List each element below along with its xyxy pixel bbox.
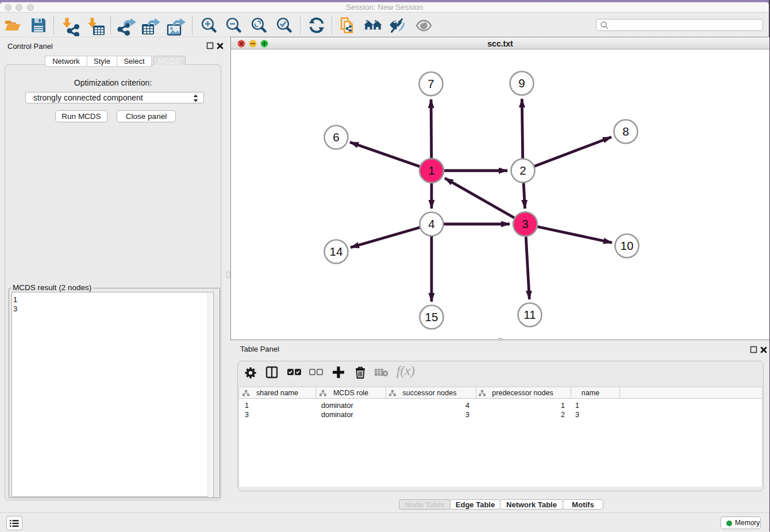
svg-text:8: 8 [622, 125, 629, 138]
svg-text:15: 15 [425, 310, 438, 323]
svg-text:4: 4 [428, 217, 434, 230]
svg-text:6: 6 [333, 130, 339, 144]
svg-text:10: 10 [621, 239, 634, 252]
svg-text:9: 9 [518, 76, 525, 90]
svg-text:11: 11 [523, 308, 536, 321]
svg-text:3: 3 [522, 217, 528, 230]
svg-text:7: 7 [428, 77, 434, 90]
svg-text:1: 1 [428, 164, 434, 177]
svg-text:14: 14 [330, 245, 343, 258]
svg-text:2: 2 [519, 164, 526, 177]
